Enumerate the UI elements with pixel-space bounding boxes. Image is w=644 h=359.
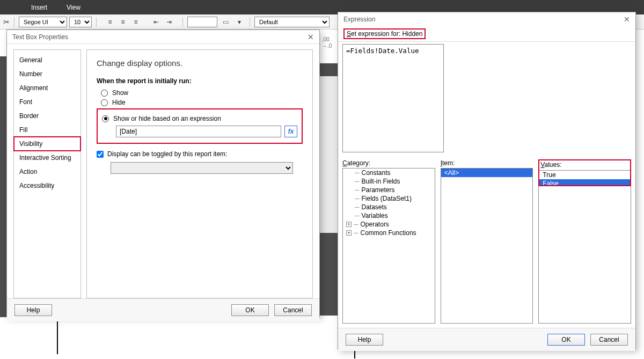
radio-hide[interactable]: Hide — [101, 99, 303, 106]
expand-icon[interactable]: + — [346, 230, 352, 236]
border-style-icon[interactable]: ▾ — [233, 17, 245, 27]
property-nav: GeneralNumberAlignmentFontBorderFillVisi… — [13, 49, 81, 298]
category-fields-dataset1-[interactable]: ─ Fields (DataSet1) — [343, 194, 435, 203]
display-toggle-row[interactable]: Display can be toggled by this report it… — [97, 150, 303, 158]
border-color-icon[interactable]: ▭ — [219, 17, 231, 27]
ok-button[interactable]: OK — [547, 334, 585, 346]
nav-item-border[interactable]: Border — [14, 109, 80, 123]
category-parameters[interactable]: ─ Parameters — [343, 186, 435, 194]
cancel-button[interactable]: Cancel — [590, 334, 628, 346]
expression-textarea[interactable] — [342, 44, 444, 152]
set-expression-label: Set expression for: Hidden — [338, 26, 635, 42]
nav-item-general[interactable]: General — [14, 53, 80, 67]
category-operators[interactable]: +─ Operators — [343, 220, 435, 229]
values-list[interactable]: TrueFalse — [539, 170, 630, 185]
dialog-footer: Help OK Cancel — [338, 328, 635, 351]
style-default-select[interactable]: Default — [254, 17, 330, 27]
value-row-true[interactable]: True — [539, 171, 630, 179]
dialog-title: Text Box Properties — [12, 33, 68, 41]
align-left-icon[interactable]: ≡ — [104, 17, 116, 27]
dialog-titlebar[interactable]: Expression ✕ — [338, 12, 635, 26]
cancel-button[interactable]: Cancel — [274, 304, 312, 316]
display-toggle-checkbox[interactable] — [97, 151, 104, 158]
item-row[interactable]: <All> — [441, 168, 533, 177]
decoration — [0, 56, 6, 317]
decoration — [320, 233, 338, 316]
category-tree[interactable]: ─ Constants─ Built-in Fields─ Parameters… — [342, 168, 435, 324]
nav-item-fill[interactable]: Fill — [14, 123, 80, 137]
decoration — [320, 63, 338, 76]
item-list[interactable]: <All> — [441, 168, 533, 324]
radio-label: Show or hide based on an expression — [113, 115, 221, 122]
align-group: ≡ ≡ ≡ — [104, 17, 142, 27]
ok-button[interactable]: OK — [231, 304, 269, 316]
fx-icon: fx — [288, 128, 294, 135]
nav-item-alignment[interactable]: Alignment — [14, 81, 80, 95]
radio-expression[interactable]: Show or hide based on an expression — [102, 115, 297, 122]
cut-icon[interactable]: ✂ — [3, 18, 10, 26]
panel-title: Change display options. — [97, 58, 303, 68]
nav-item-font[interactable]: Font — [14, 95, 80, 109]
indent-group: ⇤ ⇥ — [150, 17, 175, 27]
indent-icon[interactable]: ⇥ — [163, 17, 175, 27]
category-constants[interactable]: ─ Constants — [343, 168, 435, 177]
close-icon[interactable]: ✕ — [624, 15, 630, 24]
expand-icon[interactable]: + — [346, 222, 352, 227]
dialog-footer: Help OK Cancel — [7, 298, 319, 321]
expression-input[interactable] — [116, 126, 281, 137]
radio-icon — [101, 99, 108, 106]
toggle-item-select[interactable] — [111, 162, 293, 174]
radio-icon — [102, 115, 109, 122]
radio-icon — [101, 90, 108, 97]
decoration: .00→.0 — [322, 36, 335, 49]
visibility-panel: Change display options. When the report … — [86, 49, 313, 298]
separator — [96, 17, 97, 27]
nav-item-interactive-sorting[interactable]: Interactive Sorting — [14, 151, 80, 165]
separator — [250, 17, 250, 27]
line-weight-select[interactable]: 1 pt — [187, 17, 217, 27]
value-row-false[interactable]: False — [539, 179, 630, 185]
ribbon-tab-insert[interactable]: Insert — [21, 0, 57, 14]
section-label: When the report is initially run: — [97, 77, 303, 85]
dialog-titlebar[interactable]: Text Box Properties ✕ — [7, 30, 319, 44]
decoration — [320, 76, 338, 233]
category-variables[interactable]: ─ Variables — [343, 211, 435, 220]
separator — [182, 17, 183, 27]
values-column: Values: TrueFalse — [538, 159, 631, 324]
item-column: Item: <All> — [441, 159, 533, 324]
category-common-functions[interactable]: +─ Common Functions — [343, 229, 435, 237]
radio-show[interactable]: Show — [101, 89, 303, 97]
font-family-select[interactable]: Segoe UI — [19, 17, 67, 27]
nav-item-action[interactable]: Action — [14, 165, 80, 179]
radio-label: Show — [112, 89, 128, 97]
close-icon[interactable]: ✕ — [308, 33, 314, 41]
nav-item-accessibility[interactable]: Accessibility — [14, 179, 80, 193]
font-size-select[interactable]: 10 — [69, 17, 92, 27]
textbox-properties-dialog: Text Box Properties ✕ GeneralNumberAlign… — [6, 30, 320, 317]
fx-button[interactable]: fx — [284, 126, 297, 137]
dialog-title: Expression — [343, 16, 375, 23]
radio-label: Hide — [112, 99, 126, 106]
expression-dialog: Expression ✕ Set expression for: Hidden … — [338, 12, 636, 350]
outdent-icon[interactable]: ⇤ — [150, 17, 162, 27]
separator — [14, 17, 14, 27]
nav-item-number[interactable]: Number — [14, 67, 80, 81]
help-button[interactable]: Help — [346, 334, 383, 346]
help-button[interactable]: Help — [14, 304, 52, 316]
highlighted-expression-area: Show or hide based on an expression fx — [97, 108, 303, 144]
values-list-ext[interactable] — [538, 186, 631, 324]
category-built-in-fields[interactable]: ─ Built-in Fields — [343, 177, 435, 186]
align-right-icon[interactable]: ≡ — [130, 17, 142, 27]
decoration — [57, 317, 58, 354]
align-center-icon[interactable]: ≡ — [117, 17, 129, 27]
category-column: Category: ─ Constants─ Built-in Fields─ … — [342, 159, 435, 324]
category-datasets[interactable]: ─ Datasets — [343, 203, 435, 211]
display-toggle-label: Display can be toggled by this report it… — [107, 150, 227, 158]
ribbon-tab-view[interactable]: View — [57, 0, 90, 14]
nav-item-visibility[interactable]: Visibility — [14, 137, 80, 151]
